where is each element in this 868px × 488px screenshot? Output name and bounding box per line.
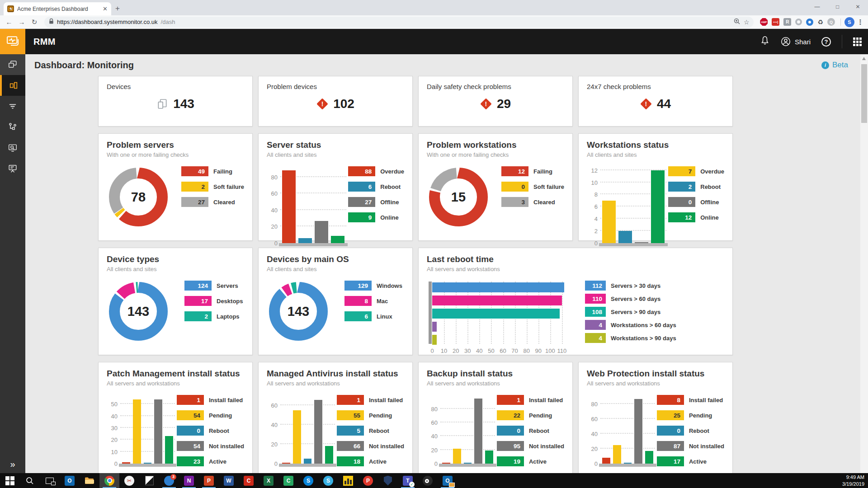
card-backup[interactable]: Backup install status All servers and wo… — [418, 362, 573, 473]
outlook-icon[interactable]: O — [60, 473, 80, 488]
start-button[interactable] — [0, 473, 20, 488]
card-device-types[interactable]: Device types All clients and sites 143 1… — [98, 248, 253, 355]
file-explorer-icon[interactable] — [80, 473, 99, 488]
password-manager-icon[interactable]: •••| — [772, 18, 779, 26]
bar — [651, 170, 665, 243]
messenger-icon[interactable]: 3 — [159, 473, 179, 488]
close-window-button[interactable]: ✕ — [848, 0, 868, 14]
card-last-reboot-time[interactable]: Last reboot time All servers and worksta… — [418, 248, 733, 355]
minimize-button[interactable]: — — [807, 0, 827, 14]
card-problem-servers[interactable]: Problem servers With one or more failing… — [98, 133, 253, 241]
sidebar-item-remote-access[interactable] — [0, 137, 25, 158]
legend-item: 95Not installed — [497, 441, 564, 451]
tab-close-icon[interactable]: ✕ — [103, 5, 108, 12]
recycle-extension-icon[interactable]: ♻ — [817, 19, 823, 26]
outlook-mail-icon[interactable]: O — [438, 473, 458, 488]
bar — [314, 400, 322, 464]
browser-profile-avatar[interactable]: S — [844, 17, 854, 27]
forward-button[interactable]: → — [16, 18, 27, 26]
chrome-icon[interactable] — [99, 473, 119, 488]
browser-tab[interactable]: Acme Enterprises Dashboard ✕ — [4, 2, 111, 15]
extension-chat-icon[interactable]: Q — [827, 18, 835, 26]
card-devices[interactable]: Devices 143 — [98, 76, 253, 127]
powerpoint-icon[interactable]: P — [199, 473, 219, 488]
legend-item: 129Windows — [344, 281, 404, 291]
user-menu[interactable]: Shari — [780, 36, 811, 47]
help-icon[interactable]: ? — [821, 37, 831, 47]
patch-install-bar-chart: 01020304050 — [107, 391, 177, 472]
card-problem-devices[interactable]: Problem devices ! 102 — [258, 76, 413, 127]
snipping-tool-icon[interactable]: ✂ — [119, 473, 139, 488]
page-scrollbar[interactable] — [860, 54, 868, 473]
legend-item: 110Servers > 60 days — [585, 294, 724, 304]
card-24x7-check-problems[interactable]: 24x7 check problems ! 44 — [578, 76, 733, 127]
bookmark-star-icon[interactable]: ☆ — [744, 19, 750, 26]
legend-label: Failing — [533, 168, 552, 175]
legend-value-pill: 17 — [184, 296, 212, 306]
adblock-icon[interactable]: ABP — [760, 18, 768, 26]
bar — [432, 322, 437, 332]
notifications-bell-icon[interactable] — [760, 36, 769, 47]
zoom-page-icon[interactable] — [733, 18, 741, 27]
card-web-protection[interactable]: Web Protection install status All server… — [578, 362, 733, 473]
skype-icon[interactable]: S — [298, 473, 318, 488]
power-bi-icon[interactable] — [338, 473, 358, 488]
maximize-button[interactable]: □ — [827, 0, 848, 14]
notepad-icon[interactable] — [139, 473, 159, 488]
reload-button[interactable]: ↻ — [29, 18, 40, 26]
legend-item: 6Linux — [344, 311, 404, 321]
card-problem-workstations[interactable]: Problem workstations With one or more fa… — [418, 133, 573, 241]
scrollbar-thumb[interactable] — [861, 64, 867, 123]
obs-icon[interactable] — [418, 473, 438, 488]
legend-item: 27Offline — [348, 197, 404, 207]
shield-app-icon[interactable] — [378, 473, 398, 488]
legend-item: 23Active — [177, 456, 244, 466]
app-launcher-grid-icon[interactable] — [853, 38, 862, 46]
legend-label: Reboot — [700, 183, 721, 190]
card-daily-safety-check-problems[interactable]: Daily safety check problems ! 29 — [418, 76, 573, 127]
sidebar-item-network[interactable] — [0, 117, 25, 137]
card-patch-management[interactable]: Patch Management install status All serv… — [98, 362, 253, 473]
card-devices-by-os[interactable]: Devices by main OS All clients and sites… — [258, 248, 413, 355]
workstations-status-bar-chart: 024681012 — [587, 163, 668, 249]
sidebar-expand-button[interactable]: » — [0, 459, 25, 469]
sidebar-item-dashboards[interactable] — [0, 75, 25, 96]
legend-label: Not installed — [369, 443, 404, 450]
teams-icon[interactable]: T✓ — [398, 473, 418, 488]
back-button[interactable]: ← — [4, 18, 14, 26]
word-icon[interactable]: W — [219, 473, 239, 488]
devices-stat-icon — [156, 98, 168, 110]
taskbar-clock[interactable]: 9:49 AM 3/19/2019 — [842, 474, 864, 488]
onenote-icon[interactable]: N — [179, 473, 199, 488]
legend-item: 0Reboot — [657, 426, 724, 436]
browser-menu-icon[interactable]: ⋮ — [856, 18, 864, 26]
red-p-app-icon[interactable]: P — [358, 473, 378, 488]
sidebar-item-reports[interactable] — [0, 158, 25, 179]
monitor-search-icon — [8, 143, 18, 153]
extension-gray-ring-icon[interactable] — [795, 19, 802, 25]
task-view-button[interactable] — [40, 473, 60, 488]
sidebar-item-checks[interactable] — [0, 96, 25, 117]
address-bar[interactable]: https://dashboard.systemmonitor.co.uk/da… — [44, 17, 754, 28]
extension-r-icon[interactable]: R — [783, 18, 791, 26]
legend-label: Cleared — [533, 199, 555, 206]
card-managed-antivirus[interactable]: Managed Antivirus install status All ser… — [258, 362, 413, 473]
legend-label: Install failed — [529, 397, 563, 404]
bar — [464, 463, 472, 464]
extension-blue-ring-icon[interactable] — [806, 19, 813, 26]
url-host: https://dashboard.systemmonitor.co.uk — [57, 19, 158, 25]
skype-light-icon[interactable]: S — [318, 473, 338, 488]
legend-label: Workstations > 60 days — [611, 322, 676, 328]
rmm-logo[interactable] — [0, 29, 25, 54]
search-button[interactable] — [20, 473, 40, 488]
card-workstations-status[interactable]: Workstations status All clients and site… — [578, 133, 733, 241]
scrollbar-up-arrow-icon[interactable] — [862, 57, 866, 60]
green-c-app-icon[interactable]: C — [278, 473, 298, 488]
excel-icon[interactable]: X — [259, 473, 278, 488]
sidebar-item-devices[interactable] — [0, 54, 25, 75]
red-c-app-icon[interactable]: C — [239, 473, 259, 488]
card-server-status[interactable]: Server status All clients and sites 0204… — [258, 133, 413, 241]
new-tab-button[interactable]: + — [111, 2, 124, 15]
legend-value-pill: 4 — [585, 320, 606, 330]
legend-item: 3Cleared — [501, 197, 564, 207]
